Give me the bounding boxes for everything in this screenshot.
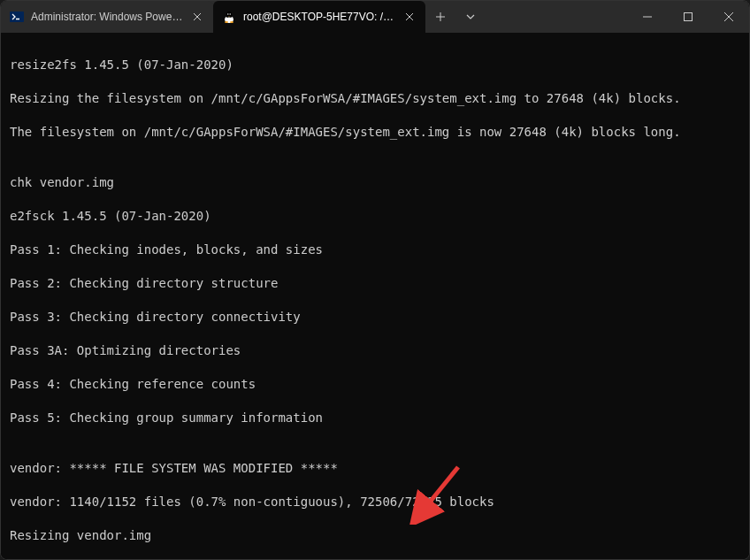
svg-point-6: [230, 13, 231, 14]
terminal-line: Pass 2: Checking directory structure: [10, 275, 740, 292]
close-button[interactable]: [708, 1, 749, 33]
terminal-line: Pass 3A: Optimizing directories: [10, 342, 740, 359]
svg-rect-0: [10, 12, 24, 22]
new-tab-button[interactable]: [425, 1, 455, 33]
terminal-line: The filesystem on /mnt/c/GAppsForWSA/#IM…: [10, 124, 740, 141]
tab-close-button[interactable]: [402, 10, 417, 24]
tab-title: Administrator: Windows PowerShell: [31, 11, 183, 23]
terminal-line: vendor: ***** FILE SYSTEM WAS MODIFIED *…: [10, 460, 740, 477]
svg-point-7: [225, 21, 228, 23]
terminal-line: Resizing vendor.img: [10, 527, 740, 544]
terminal-line: chk vendor.img: [10, 174, 740, 191]
terminal-line: resize2fs 1.45.5 (07-Jan-2020): [10, 57, 740, 73]
terminal-line: Pass 3: Checking directory connectivity: [10, 309, 740, 326]
terminal-line: e2fsck 1.45.5 (07-Jan-2020): [10, 208, 740, 225]
svg-point-8: [230, 21, 233, 23]
terminal-window: Administrator: Windows PowerShell: [0, 0, 750, 560]
maximize-button[interactable]: [668, 1, 708, 33]
terminal-line: Pass 5: Checking group summary informati…: [10, 410, 740, 426]
tab-linux[interactable]: root@DESKTOP-5HE77VO: /mnt: [213, 1, 425, 33]
terminal-line: Resizing the filesystem on /mnt/c/GAppsF…: [10, 90, 740, 107]
titlebar: Administrator: Windows PowerShell: [1, 1, 749, 33]
minimize-button[interactable]: [627, 1, 668, 33]
terminal-line: Pass 1: Checking inodes, blocks, and siz…: [10, 242, 740, 258]
terminal-line: vendor: 1140/1152 files (0.7% non-contig…: [10, 494, 740, 510]
svg-rect-10: [685, 13, 693, 21]
window-controls: [627, 1, 749, 33]
tabs-area: Administrator: Windows PowerShell: [1, 1, 627, 33]
terminal-line: Pass 4: Checking reference counts: [10, 376, 740, 393]
terminal-output[interactable]: resize2fs 1.45.5 (07-Jan-2020) Resizing …: [1, 33, 749, 559]
tab-powershell[interactable]: Administrator: Windows PowerShell: [1, 1, 213, 33]
tab-title: root@DESKTOP-5HE77VO: /mnt: [243, 11, 395, 23]
tux-icon: [222, 10, 236, 24]
svg-point-5: [227, 13, 228, 14]
tab-close-button[interactable]: [190, 10, 204, 24]
tab-dropdown-button[interactable]: [455, 1, 486, 33]
powershell-icon: [10, 10, 24, 24]
